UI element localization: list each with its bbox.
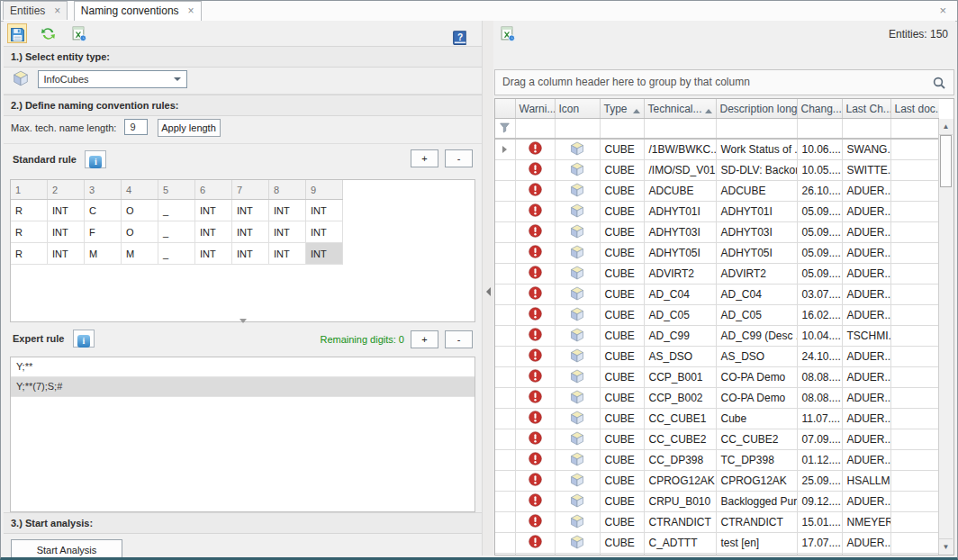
rule-cell[interactable]: INT (195, 200, 232, 221)
scrollbar-down-button[interactable]: ▼ (939, 538, 953, 555)
table-row[interactable]: CUBEAD_C99AD_C99 (Desc ...10.04....TSCHM… (495, 326, 939, 347)
grid-column-header[interactable] (495, 99, 515, 119)
filter-cell[interactable] (600, 119, 644, 140)
expert-rule-row[interactable]: Y;** (11, 357, 474, 377)
table-row[interactable]: CUBEAS_DSOAS_DSO24.10....ADUER... (495, 347, 939, 367)
scrollbar-up-button[interactable]: ▲ (939, 119, 953, 135)
expert-rule-add-button[interactable]: + (411, 330, 438, 348)
standard-rule-info-button[interactable]: i (85, 150, 106, 168)
table-row[interactable]: CUBECCP_B001CO-PA Demo08.08....ADUER... (495, 367, 939, 388)
table-row[interactable]: CUBEADVIRT2ADVIRT205.09....ADUER... (495, 264, 939, 285)
rule-cell[interactable]: C (85, 200, 122, 221)
rule-cell[interactable]: _ (158, 200, 195, 221)
rule-cell[interactable]: INT (306, 243, 343, 265)
grid-column-header[interactable]: Type (600, 99, 644, 119)
horizontal-splitter[interactable] (4, 318, 482, 325)
table-row[interactable]: CUBECCP_B002CO-PA Demo08.08....ADUER... (495, 388, 939, 409)
table-row[interactable]: CUBE/1BW/BWKC...Work Status of ...10.06.… (495, 139, 939, 160)
table-row[interactable]: CUBECC_CUBE1Cube11.07....ADUER... (495, 409, 939, 429)
start-analysis-button[interactable]: Start Analysis (11, 539, 122, 560)
tab-close-icon[interactable]: × (54, 5, 60, 17)
grid-column-header[interactable]: Last doc. (890, 99, 939, 119)
refresh-button[interactable] (38, 23, 58, 43)
table-row[interactable]: CUBEADHYT01IADHYT01I05.09....ADUER... (495, 202, 939, 222)
rule-cell[interactable]: INT (232, 243, 269, 265)
rule-cell[interactable]: R (11, 200, 48, 221)
window-close-icon[interactable]: × (939, 4, 946, 17)
table-row[interactable]: CUBEAD_C04AD_C0403.07....ADUER... (495, 285, 939, 305)
filter-cell[interactable] (797, 119, 842, 140)
rule-cell[interactable]: O (122, 200, 158, 221)
standard-rule-remove-button[interactable]: - (445, 149, 473, 167)
grid-column-header[interactable]: Last Ch... (842, 99, 890, 119)
rule-cell[interactable]: _ (158, 221, 195, 243)
rule-cell[interactable]: F (85, 221, 122, 243)
rule-cell[interactable]: INT (306, 200, 343, 221)
grid-column-header[interactable]: Icon (555, 99, 600, 119)
tab-close-icon[interactable]: × (188, 5, 194, 17)
table-row[interactable]: CUBE/IMO/SD_V01SD-DLV: Backor...10.05...… (495, 160, 939, 181)
rule-cell[interactable]: INT (232, 221, 269, 243)
help-button[interactable]: ? (451, 27, 469, 45)
table-row[interactable]: CUBECRPU_B010Backlogged Pur...09.12....A… (495, 492, 939, 512)
rule-row[interactable]: RINTMM_INTINTINTINT (11, 243, 343, 265)
filter-cell[interactable] (890, 119, 939, 140)
rule-cell[interactable]: R (11, 221, 48, 243)
tab-naming-conventions[interactable]: Naming conventions× (74, 1, 202, 21)
rule-cell[interactable]: INT (269, 200, 306, 221)
table-row[interactable]: CUBEAD_C05AD_C0516.02....ADUER... (495, 305, 939, 326)
tab-entities[interactable]: Entities× (3, 1, 68, 20)
rule-cell[interactable]: INT (269, 221, 306, 243)
filter-icon-cell[interactable] (495, 119, 515, 140)
group-by-bar[interactable]: Drag a column header here to group by th… (494, 69, 954, 95)
rule-cell[interactable]: INT (269, 243, 306, 265)
grid-column-header[interactable]: Warni... (515, 99, 555, 119)
scrollbar-thumb[interactable] (940, 135, 952, 187)
expert-rule-info-button[interactable]: i (73, 330, 95, 348)
expert-rule-row[interactable]: Y;**(7);S;# (11, 377, 474, 397)
table-row[interactable]: CUBECTRANDICTCTRANDICT15.01....NMEYER (495, 512, 939, 533)
entity-type-dropdown[interactable]: InfoCubes (38, 70, 187, 88)
expert-rule-remove-button[interactable]: - (445, 330, 473, 348)
table-row[interactable]: CUBECC_CUBE2CC_CUBE207.09....ADUER... (495, 429, 939, 450)
excel-export-button[interactable] (69, 23, 89, 43)
collapse-left-icon[interactable] (486, 287, 491, 296)
filter-funnel-icon[interactable] (499, 122, 511, 133)
standard-rule-add-button[interactable]: + (411, 149, 438, 167)
rule-cell[interactable]: INT (48, 243, 85, 265)
filter-cell[interactable] (842, 119, 890, 140)
rule-cell[interactable]: INT (48, 200, 85, 221)
rule-cell[interactable]: INT (195, 221, 232, 243)
rule-row[interactable]: RINTCO_INTINTINTINT (11, 200, 343, 221)
filter-cell[interactable] (644, 119, 716, 140)
rule-cell[interactable]: R (11, 243, 48, 265)
rule-cell[interactable]: INT (232, 200, 269, 221)
rule-cell[interactable]: INT (48, 221, 85, 243)
filter-cell[interactable] (515, 119, 555, 140)
rule-cell[interactable]: INT (306, 221, 343, 243)
rule-row[interactable]: RINTFO_INTINTINTINT (11, 221, 343, 243)
table-row[interactable]: CUBEC_ADTTTtest [en]17.07....ADUER... (495, 533, 939, 554)
table-row[interactable]: CUBEC_BER01C_BER0125.09....HSALLM... (495, 554, 939, 555)
table-row[interactable]: CUBECC_DP398TC_DP39801.12....ADUER... (495, 450, 939, 471)
max-length-input[interactable]: 9 (124, 119, 148, 135)
save-button[interactable] (7, 23, 27, 43)
table-row[interactable]: CUBEADCUBEADCUBE26.10....ADUER... (495, 181, 939, 202)
search-icon[interactable] (932, 76, 946, 90)
table-row[interactable]: CUBEADHYT05IADHYT05I05.09....ADUER... (495, 243, 939, 264)
rule-cell[interactable]: M (85, 243, 122, 265)
filter-cell[interactable] (716, 119, 797, 140)
filter-row[interactable] (495, 119, 939, 140)
vertical-scrollbar[interactable]: ▲ ▼ (938, 119, 953, 555)
filter-cell[interactable] (555, 119, 600, 140)
table-row[interactable]: CUBECPROG12AKCPROG12AK25.09....HSALLM... (495, 471, 939, 492)
rule-cell[interactable]: INT (195, 243, 232, 265)
grid-column-header[interactable]: Technical... (644, 99, 716, 119)
grid-excel-export-button[interactable] (497, 23, 517, 43)
table-row[interactable]: CUBEADHYT03IADHYT03I05.09....ADUER... (495, 222, 939, 243)
grid-column-header[interactable]: Description long... (716, 99, 797, 119)
grid-column-header[interactable]: Chang... (797, 99, 842, 119)
rule-cell[interactable]: M (122, 243, 158, 265)
rule-cell[interactable]: _ (158, 243, 195, 265)
apply-length-button[interactable]: Apply length (158, 119, 221, 137)
